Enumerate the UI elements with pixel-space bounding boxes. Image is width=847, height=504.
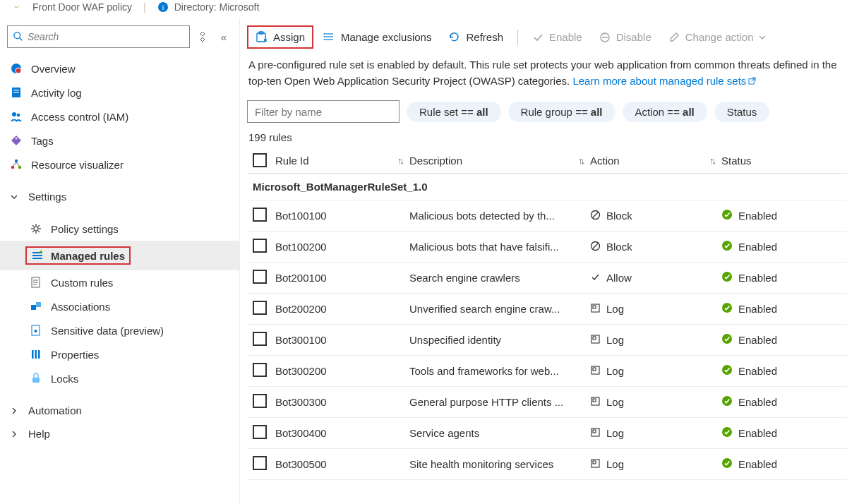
toolbar-separator — [517, 30, 518, 45]
sidebar: « OverviewActivity logAccess control (IA… — [0, 18, 240, 504]
table-row[interactable]: Bot300400Service agentsLogEnabled — [247, 418, 847, 449]
sidebar-item-sensitive-data[interactable]: Sensitive data (preview) — [0, 318, 239, 342]
rule-id-cell: Bot100100 — [275, 210, 409, 222]
book-icon — [10, 86, 23, 99]
toolbar: Assign Manage exclusions Refresh Enable — [247, 23, 847, 57]
svg-rect-55 — [593, 337, 596, 340]
row-checkbox[interactable] — [253, 270, 267, 284]
row-checkbox[interactable] — [253, 456, 267, 470]
enabled-icon — [721, 240, 733, 253]
sidebar-item-label: Sensitive data (preview) — [51, 325, 164, 337]
table-row[interactable]: Bot300500Site health monitoring services… — [247, 449, 847, 480]
rule-status-cell: Enabled — [721, 333, 847, 347]
svg-point-28 — [35, 330, 37, 332]
rule-action-cell: Log — [590, 427, 721, 440]
column-status[interactable]: Status — [721, 155, 847, 167]
chevron-right-icon — [10, 407, 20, 415]
svg-point-5 — [16, 68, 21, 73]
row-checkbox[interactable] — [253, 425, 267, 439]
row-checkbox[interactable] — [253, 332, 267, 346]
sidebar-item-tags[interactable]: Tags — [0, 128, 239, 152]
column-description[interactable]: Description↑↓ — [409, 155, 590, 167]
search-options-button[interactable] — [194, 30, 211, 43]
row-checkbox[interactable] — [253, 394, 267, 408]
learn-more-link[interactable]: Learn more about managed rule sets — [572, 75, 756, 87]
refresh-button[interactable]: Refresh — [441, 27, 510, 47]
column-action[interactable]: Action↑↓ — [590, 155, 721, 167]
sidebar-item-overview[interactable]: Overview — [0, 56, 239, 80]
edit-icon — [668, 32, 680, 43]
table-row[interactable]: Bot300300General purpose HTTP clients ..… — [247, 387, 847, 418]
sidebar-item-custom-rules[interactable]: Custom rules — [0, 270, 239, 294]
row-checkbox[interactable] — [253, 363, 267, 377]
rule-action-cell: Block — [590, 241, 721, 253]
svg-point-59 — [722, 365, 732, 375]
sensitive-icon — [30, 324, 42, 337]
svg-rect-29 — [32, 350, 34, 359]
table-row[interactable]: Bot300100Unspecified identityLogEnabled — [247, 325, 847, 356]
sidebar-section-help[interactable]: Help — [0, 422, 239, 445]
select-all-checkbox[interactable] — [253, 153, 267, 167]
table-row[interactable]: Bot100200Malicious bots that have falsif… — [247, 232, 847, 263]
svg-point-65 — [722, 427, 732, 437]
sidebar-item-locks[interactable]: Locks — [0, 366, 239, 390]
directory-label: Directory: Microsoft — [174, 1, 260, 13]
rule-status-cell: Enabled — [721, 395, 847, 409]
manage-exclusions-button[interactable]: Manage exclusions — [316, 27, 438, 47]
svg-point-10 — [17, 114, 20, 117]
sidebar-section-automation[interactable]: Automation — [0, 399, 239, 422]
rule-group-header[interactable]: Microsoft_BotManagerRuleSet_1.0 — [247, 174, 847, 200]
assign-button[interactable]: Assign — [247, 25, 313, 49]
enabled-icon — [721, 364, 733, 378]
rule-description-cell: Search engine crawlers — [409, 272, 590, 284]
resource-type-label: Front Door WAF policy — [32, 1, 132, 13]
svg-point-40 — [324, 39, 325, 40]
rule-id-cell: Bot300500 — [275, 458, 409, 470]
filter-status[interactable]: Status — [714, 102, 770, 122]
sidebar-item-associations[interactable]: Associations — [0, 294, 239, 318]
rule-id-cell: Bot300200 — [275, 365, 409, 377]
rule-action-cell: Log — [590, 365, 721, 378]
svg-line-45 — [593, 212, 599, 217]
svg-rect-64 — [593, 430, 596, 433]
collapse-sidebar-button[interactable]: « — [215, 31, 232, 43]
filter-name-input[interactable] — [247, 100, 400, 123]
rule-count: 199 rules — [247, 127, 847, 148]
enabled-icon — [721, 209, 733, 222]
table-row[interactable]: Bot200200Unverified search engine craw..… — [247, 294, 847, 325]
rule-description-cell: General purpose HTTP clients ... — [409, 396, 590, 408]
rule-id-cell: Bot100200 — [275, 241, 409, 253]
chevron-down-icon — [10, 193, 20, 201]
list-icon — [323, 31, 335, 43]
sidebar-item-policy-settings[interactable]: Policy settings — [0, 217, 239, 241]
svg-point-38 — [324, 33, 325, 35]
filter-bar: Rule set == all Rule group == all Action… — [247, 99, 847, 127]
sidebar-section-settings[interactable]: Settings — [0, 185, 239, 208]
rule-status-cell: Enabled — [721, 302, 847, 316]
sidebar-item-resource-visualizer[interactable]: Resource visualizer — [0, 152, 239, 176]
svg-rect-20 — [32, 258, 42, 259]
sidebar-item-properties[interactable]: Properties — [0, 342, 239, 366]
table-row[interactable]: Bot300200Tools and frameworks for web...… — [247, 356, 847, 387]
table-row[interactable]: Bot200100Search engine crawlersAllowEnab… — [247, 263, 847, 294]
table-row[interactable]: Bot100100Malicious bots detected by th..… — [247, 200, 847, 232]
filter-rule-set[interactable]: Rule set == all — [407, 102, 501, 122]
props-icon — [30, 348, 42, 361]
sidebar-item-activity-log[interactable]: Activity log — [0, 80, 239, 104]
row-checkbox[interactable] — [253, 239, 267, 253]
visualizer-icon — [10, 158, 23, 171]
row-checkbox[interactable] — [253, 208, 267, 222]
column-rule-id[interactable]: Rule Id↑↓ — [275, 155, 409, 167]
row-checkbox[interactable] — [253, 301, 267, 315]
sort-icon: ↑↓ — [578, 155, 590, 166]
filter-action[interactable]: Action == all — [623, 102, 707, 122]
filter-rule-group[interactable]: Rule group == all — [508, 102, 615, 122]
sidebar-item-label: Resource visualizer — [31, 159, 124, 171]
sidebar-search-input[interactable] — [7, 25, 190, 48]
ok-badge-icon — [7, 6, 27, 8]
sidebar-item-label: Access control (IAM) — [31, 111, 128, 123]
sidebar-item-managed-rules[interactable]: Managed rules — [0, 241, 239, 270]
check-icon — [532, 32, 543, 43]
svg-point-12 — [15, 160, 18, 162]
sidebar-item-access-control[interactable]: Access control (IAM) — [0, 104, 239, 128]
